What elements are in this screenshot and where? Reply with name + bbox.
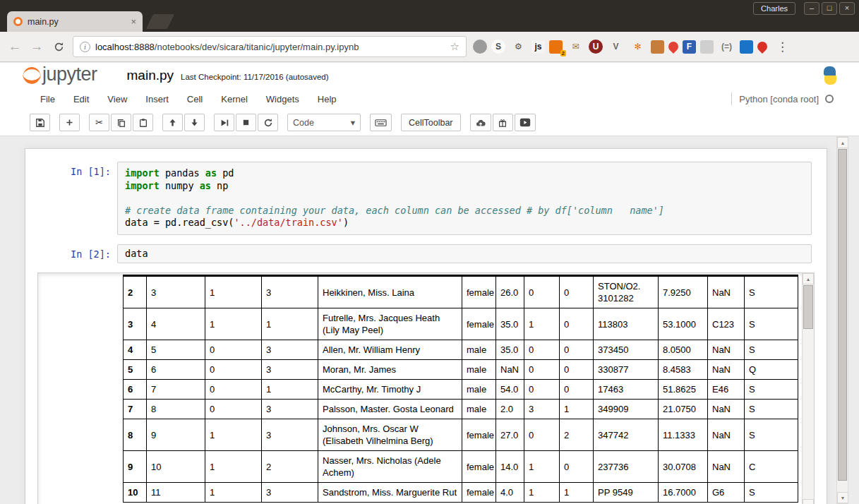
code-editor[interactable]: import pandas as pdimport numpy as np # … [117, 162, 812, 235]
extension-icon-s-logo[interactable]: S [491, 40, 505, 54]
code-editor[interactable]: data [117, 244, 812, 264]
save-button[interactable] [30, 114, 50, 131]
jupyter-logo[interactable]: jupyter [21, 64, 97, 87]
table-cell: 0 [560, 276, 594, 308]
page-scrollbar-thumb[interactable] [838, 149, 847, 481]
menu-widgets[interactable]: Widgets [257, 94, 308, 104]
menu-kernel[interactable]: Kernel [212, 94, 257, 104]
move-cell-down-button[interactable] [184, 114, 205, 131]
table-cell: female [462, 419, 496, 451]
menu-edit[interactable]: Edit [64, 94, 98, 104]
scroll-down-icon[interactable]: ▼ [837, 492, 848, 503]
output-scrollbar[interactable]: ▲ ▼ [802, 273, 814, 504]
tab-close-icon[interactable]: × [131, 16, 136, 27]
notebook-menubar: FileEditViewInsertCellKernelWidgetsHelp … [0, 88, 859, 109]
table-cell: 35.0 [496, 308, 524, 340]
extension-icon-red-pin[interactable] [666, 40, 680, 54]
notebook-panel: In [1]: import pandas as pdimport numpy … [25, 148, 827, 504]
table-cell: 0 [524, 380, 560, 400]
table-cell: 1 [262, 308, 318, 340]
celltoolbar-button[interactable]: CellToolbar [401, 114, 461, 131]
maximize-button[interactable]: □ [822, 2, 837, 15]
back-icon[interactable]: ← [7, 39, 23, 54]
cell-type-dropdown[interactable]: Code ▾ [287, 114, 361, 131]
extension-icon-tan-mark[interactable] [651, 40, 664, 54]
browser-tab[interactable]: main.py × [7, 11, 143, 32]
extension-icon-ublock[interactable]: U [589, 40, 603, 54]
scroll-up-icon[interactable]: ▲ [837, 137, 848, 148]
dataframe-table: 2313Heikkinen, Miss. Lainafemale26.000ST… [123, 275, 798, 503]
extension-icon-mail[interactable]: ✉ [567, 40, 584, 54]
table-cell: 1 [205, 451, 262, 483]
restart-kernel-button[interactable] [258, 114, 278, 131]
table-cell: 3 [262, 419, 318, 451]
info-icon[interactable]: i [80, 42, 90, 52]
table-cell: McCarthy, Mr. Timothy J [318, 380, 462, 400]
url-bar[interactable]: i localhost:8888/notebooks/dev/sicara/ti… [73, 36, 467, 57]
close-button[interactable]: × [839, 2, 855, 15]
browser-menu-icon[interactable]: ⋮ [776, 40, 788, 54]
notebook-title[interactable]: main.py [127, 68, 174, 83]
extension-icon-red-marker[interactable] [755, 40, 769, 54]
table-cell: male [462, 400, 496, 419]
table-cell: 0 [560, 308, 594, 340]
paste-cell-button[interactable] [133, 114, 153, 131]
table-cell: male [462, 360, 496, 380]
extension-icon-orange-grid[interactable]: 2 [549, 40, 563, 54]
command-palette-button[interactable] [370, 114, 392, 131]
menu-help[interactable]: Help [308, 94, 346, 104]
table-cell: 0 [524, 276, 560, 308]
menu-view[interactable]: View [98, 94, 136, 104]
bookmark-star-icon[interactable]: ☆ [450, 40, 459, 53]
table-row: 3411Futrelle, Mrs. Jacques Heath (Lily M… [124, 308, 798, 340]
new-tab-button[interactable] [146, 14, 174, 29]
forward-icon[interactable]: → [29, 39, 44, 54]
menu-file[interactable]: File [31, 94, 64, 104]
extension-icon-gear[interactable]: ⚙ [510, 40, 527, 54]
extension-icon-blue-f[interactable]: F [683, 40, 696, 54]
extension-icon-gray-page[interactable] [700, 40, 714, 54]
table-cell: 8 [147, 400, 205, 419]
add-cell-button[interactable] [59, 114, 80, 131]
cut-cell-button[interactable]: ✂ [89, 114, 109, 131]
table-cell: 51.8625 [659, 380, 708, 400]
code-cell[interactable]: In [2]: data [25, 244, 827, 264]
play-video-button[interactable] [515, 114, 536, 131]
table-cell: female [462, 483, 496, 503]
extension-icon-orange-mark[interactable]: ✻ [629, 40, 647, 54]
table-cell: 5 [147, 340, 205, 360]
table-cell: 0 [524, 340, 560, 360]
menu-cell[interactable]: Cell [178, 94, 212, 104]
minimize-button[interactable]: – [804, 2, 819, 15]
table-cell: NaN [708, 419, 745, 451]
row-index: 3 [124, 308, 147, 340]
copy-cell-button[interactable] [111, 114, 131, 131]
extension-icon-blue-square[interactable] [740, 40, 753, 54]
run-cell-button[interactable] [214, 114, 234, 131]
reload-icon[interactable] [51, 42, 66, 52]
table-row: 91012Nasser, Mrs. Nicholas (Adele Achem)… [124, 451, 798, 483]
input-prompt: In [2]: [25, 244, 117, 264]
extension-icon-js[interactable]: js [531, 40, 545, 54]
move-cell-up-button[interactable] [162, 114, 183, 131]
output-area[interactable]: 2313Heikkinen, Miss. Lainafemale26.000ST… [37, 272, 815, 504]
stop-kernel-button[interactable] [236, 114, 256, 131]
menu-insert[interactable]: Insert [136, 94, 178, 104]
user-indicator[interactable]: Charles [753, 2, 795, 15]
scroll-down-icon[interactable]: ▼ [803, 499, 814, 504]
extension-icon-v-logo[interactable]: V [607, 40, 625, 54]
table-cell: NaN [708, 276, 745, 308]
extension-icon-gray-dot[interactable] [473, 40, 487, 54]
scroll-up-icon[interactable]: ▲ [803, 273, 814, 284]
kernel-indicator: Python [conda root] [731, 92, 834, 105]
cloud-upload-button[interactable] [470, 114, 491, 131]
page-scrollbar[interactable]: ▲ ▼ [836, 136, 848, 504]
code-cell[interactable]: In [1]: import pandas as pdimport numpy … [25, 162, 827, 235]
gift-button[interactable] [493, 114, 513, 131]
table-cell: 3 [147, 276, 205, 308]
output-scrollbar-thumb[interactable] [803, 285, 813, 329]
row-index: 2 [124, 276, 147, 308]
jupyter-favicon-icon [13, 17, 23, 26]
extension-icon-paren-eq[interactable]: (=) [718, 40, 735, 54]
table-cell: 3 [524, 400, 560, 419]
